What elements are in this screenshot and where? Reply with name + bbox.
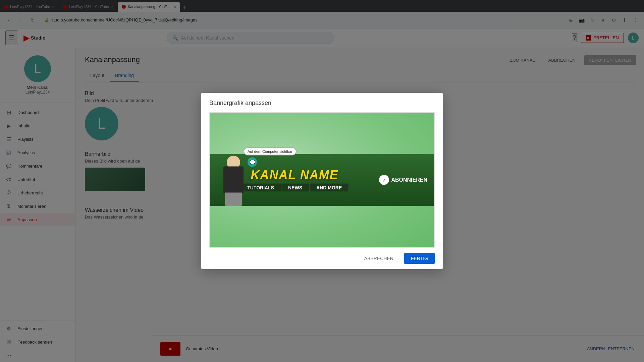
subscribe-check-icon: ✓ [379,175,389,185]
dialog-header: Bannergrafik anpassen [201,93,443,112]
person-torso [223,166,244,193]
banner-person: Auf dem Computer sichtbar 💬 [217,154,250,206]
dialog-title: Bannergrafik anpassen [209,100,435,107]
banner-subscribe-area: ✓ ABONNIEREN [379,175,427,185]
image-crop-area[interactable]: Auf dem Computer sichtbar 💬 KANAL NAME T… [209,112,435,248]
banner-nav-news: NEWS [281,183,309,192]
tooltip-bubble: Auf dem Computer sichtbar [244,147,297,155]
subscribe-text: ABONNIEREN [391,177,427,183]
dialog-confirm-button[interactable]: FERTIG [404,253,435,264]
banner-nav-more: AND MORE [309,183,349,192]
banner-crop-inner: Auf dem Computer sichtbar 💬 KANAL NAME T… [210,113,434,247]
dialog-cancel-button[interactable]: ABBRECHEN [358,253,400,264]
chat-icon: 💬 [248,157,257,167]
banner-strip: Auf dem Computer sichtbar 💬 KANAL NAME T… [210,154,434,206]
person-lower [225,192,242,206]
dialog-body: Auf dem Computer sichtbar 💬 KANAL NAME T… [201,112,443,248]
person-body-shape [219,156,248,206]
tooltip-text: Auf dem Computer sichtbar [248,149,292,153]
modal-overlay[interactable]: Bannergrafik anpassen [0,0,644,362]
banner-kanal-name: KANAL NAME [251,168,338,182]
banner-nav: TUTORIALS NEWS AND MORE [240,183,349,192]
dialog-footer: ABBRECHEN FERTIG [201,248,443,269]
person-silhouette [217,154,250,206]
dialog: Bannergrafik anpassen [201,93,443,269]
